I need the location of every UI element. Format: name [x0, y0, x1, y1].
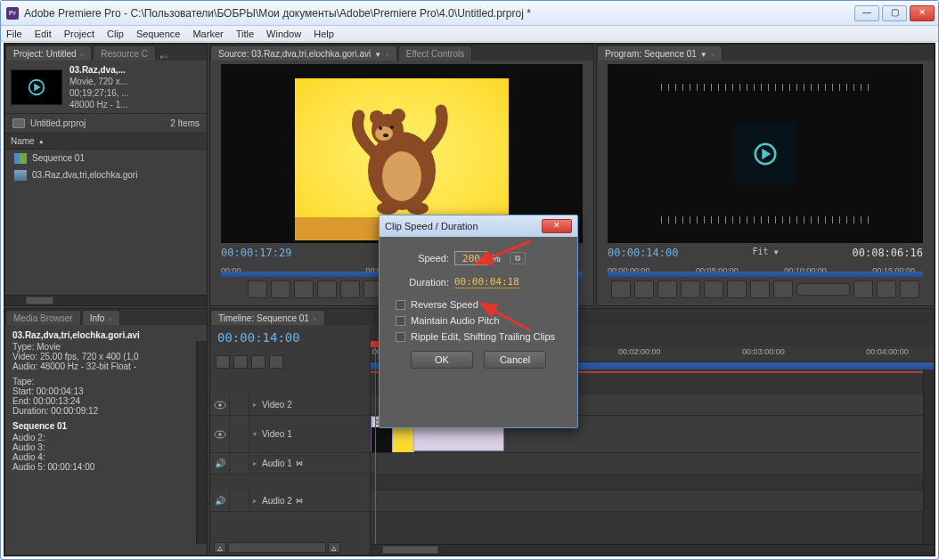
shuttle-slider[interactable]: [796, 283, 850, 296]
timeline-timecode[interactable]: 00:00:14:00: [217, 330, 300, 345]
reverse-speed-checkbox[interactable]: Reverse Speed: [396, 299, 565, 310]
play-button[interactable]: [704, 280, 723, 298]
set-out-button[interactable]: [271, 280, 290, 298]
clip-speed-dialog: Clip Speed / Duration ✕ Speed: % ⧉ Durat…: [379, 215, 578, 428]
marker-button[interactable]: [233, 355, 248, 369]
eye-icon[interactable]: [210, 416, 230, 452]
minimize-button[interactable]: —: [854, 5, 879, 21]
track-audio1[interactable]: [371, 453, 934, 475]
lock-icon[interactable]: [230, 394, 249, 415]
extract-button[interactable]: [877, 280, 896, 298]
tool-button[interactable]: [269, 355, 283, 369]
lift-button[interactable]: [853, 280, 873, 298]
tab-effect-controls[interactable]: Effect Controls: [398, 45, 472, 61]
program-viewer[interactable]: [608, 64, 923, 243]
speed-input[interactable]: [454, 251, 488, 265]
timeline-hscroll[interactable]: [371, 544, 934, 555]
menu-marker[interactable]: Marker: [192, 28, 223, 39]
set-in-button[interactable]: [611, 280, 631, 298]
menu-clip[interactable]: Clip: [107, 28, 124, 39]
chevron-down-icon[interactable]: ▼: [700, 51, 707, 59]
speaker-icon[interactable]: 🔊: [210, 491, 230, 511]
project-hscroll[interactable]: [5, 295, 207, 305]
info-vscroll[interactable]: [196, 341, 207, 544]
duration-value[interactable]: 00:00:04:18: [454, 276, 519, 288]
list-item-clip[interactable]: 03.Raz,dva,tri,elochka.gori: [5, 166, 207, 183]
zoom-out-icon[interactable]: ▵: [214, 542, 226, 553]
goto-in-button[interactable]: [294, 280, 314, 298]
menu-title[interactable]: Title: [236, 28, 254, 39]
lock-icon[interactable]: [230, 416, 249, 452]
chevron-down-icon: ▼: [774, 248, 779, 256]
close-icon[interactable]: ×: [108, 315, 112, 323]
list-item-sequence[interactable]: Sequence 01: [5, 150, 207, 166]
dialog-close-button[interactable]: ✕: [542, 219, 572, 233]
track-header-video2[interactable]: ▸ Video 2: [210, 394, 370, 416]
link-icon[interactable]: ⧉: [510, 252, 526, 264]
close-icon[interactable]: ×: [80, 51, 85, 59]
maintain-pitch-checkbox[interactable]: Maintain Audio Pitch: [396, 315, 565, 326]
program-transition-bottom: [661, 216, 870, 223]
close-icon[interactable]: ×: [313, 315, 317, 323]
workspace: Project: Untitled× Resource C ▸≡ 03.Raz,…: [4, 43, 935, 556]
close-icon[interactable]: ×: [385, 51, 389, 59]
program-duration: 00:08:06:16: [853, 247, 923, 259]
speaker-icon[interactable]: 🔊: [210, 453, 230, 474]
goto-out-button[interactable]: [750, 280, 770, 298]
lock-icon[interactable]: [230, 491, 249, 511]
checkbox-icon: [396, 300, 405, 310]
trash-button[interactable]: [900, 280, 919, 298]
tab-media-browser[interactable]: Media Browser: [5, 310, 81, 325]
lock-icon[interactable]: [230, 453, 249, 474]
tab-resource-central[interactable]: Resource C: [93, 45, 156, 61]
loop-button[interactable]: [773, 280, 793, 298]
set-in-button[interactable]: [248, 280, 267, 298]
ok-button[interactable]: OK: [411, 351, 473, 369]
source-timecode-in[interactable]: 00:00:17:29: [221, 247, 291, 259]
menu-file[interactable]: File: [6, 28, 22, 39]
track-header-audio2[interactable]: 🔊 ▸ Audio 2 ⋈: [210, 491, 370, 512]
tab-project[interactable]: Project: Untitled×: [5, 45, 92, 61]
dialog-titlebar[interactable]: Clip Speed / Duration ✕: [380, 215, 577, 237]
track-audio2[interactable]: [371, 491, 934, 512]
cancel-button[interactable]: Cancel: [484, 351, 546, 369]
tab-timeline[interactable]: Timeline: Sequence 01×: [210, 310, 325, 325]
menu-project[interactable]: Project: [64, 28, 94, 39]
timeline-vscroll[interactable]: [923, 369, 934, 544]
close-button[interactable]: ✕: [910, 5, 935, 21]
program-ruler[interactable]: 00:00:00:00 00:05:00:00 00:10:00:00 00:1…: [608, 266, 923, 277]
menu-window[interactable]: Window: [266, 28, 301, 39]
speed-label: Speed:: [392, 253, 449, 264]
program-zoom-fit[interactable]: Fit ▼: [753, 247, 779, 259]
tab-info[interactable]: Info×: [82, 310, 120, 325]
tool-button[interactable]: [251, 355, 265, 369]
program-timecode[interactable]: 00:00:14:00: [608, 247, 678, 259]
zoom-in-icon[interactable]: ▵: [328, 542, 340, 553]
maximize-button[interactable]: ▢: [882, 5, 907, 21]
ripple-edit-checkbox[interactable]: Ripple Edit, Shifting Trailing Clips: [396, 331, 565, 342]
program-panel: Program: Sequence 01▼× 00:00:14:00 Fit ▼…: [596, 44, 935, 306]
tab-program[interactable]: Program: Sequence 01▼×: [597, 45, 723, 61]
snap-button[interactable]: [216, 355, 230, 369]
tab-source[interactable]: Source: 03.Raz,dva,tri,elochka.gori.avi▼…: [210, 45, 397, 61]
list-header[interactable]: Name▲: [5, 134, 207, 150]
track-header-audio1[interactable]: 🔊 ▸ Audio 1 ⋈: [210, 453, 370, 475]
play-button[interactable]: [340, 280, 360, 298]
goto-in-button[interactable]: [657, 280, 677, 298]
panel-menu-icon[interactable]: ▸≡: [160, 53, 168, 61]
title-bar: Pr Adobe Premiere Pro - C:\Пользователи\…: [1, 1, 938, 26]
eye-icon[interactable]: [210, 394, 230, 415]
menu-edit[interactable]: Edit: [35, 28, 52, 39]
step-back-button[interactable]: [681, 280, 700, 298]
set-out-button[interactable]: [634, 280, 654, 298]
playhead[interactable]: [375, 346, 376, 548]
close-icon[interactable]: ×: [711, 51, 715, 59]
step-back-button[interactable]: [317, 280, 337, 298]
zoom-slider[interactable]: [228, 542, 326, 553]
track-header-video1[interactable]: ▾ Video 1: [210, 416, 370, 453]
menu-sequence[interactable]: Sequence: [136, 28, 181, 39]
menu-help[interactable]: Help: [314, 28, 334, 39]
step-fwd-button[interactable]: [727, 280, 747, 298]
chevron-down-icon[interactable]: ▼: [374, 51, 381, 59]
project-bin-row[interactable]: Untitled.prproj 2 Items: [5, 114, 207, 134]
